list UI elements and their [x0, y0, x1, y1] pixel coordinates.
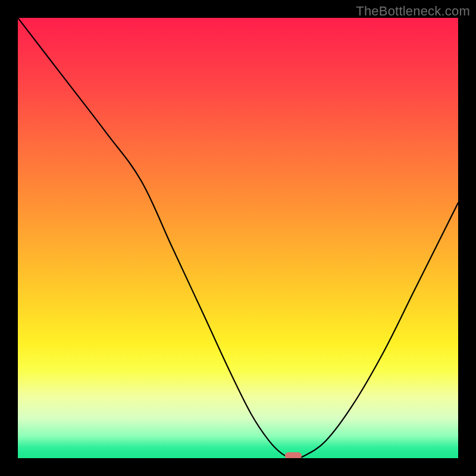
optimal-point-marker [285, 452, 302, 458]
bottleneck-curve-svg [18, 18, 458, 458]
watermark-text: TheBottleneck.com [356, 4, 470, 19]
chart-frame: TheBottleneck.com [0, 0, 476, 476]
plot-area [18, 18, 458, 458]
bottleneck-curve-path [18, 18, 458, 458]
